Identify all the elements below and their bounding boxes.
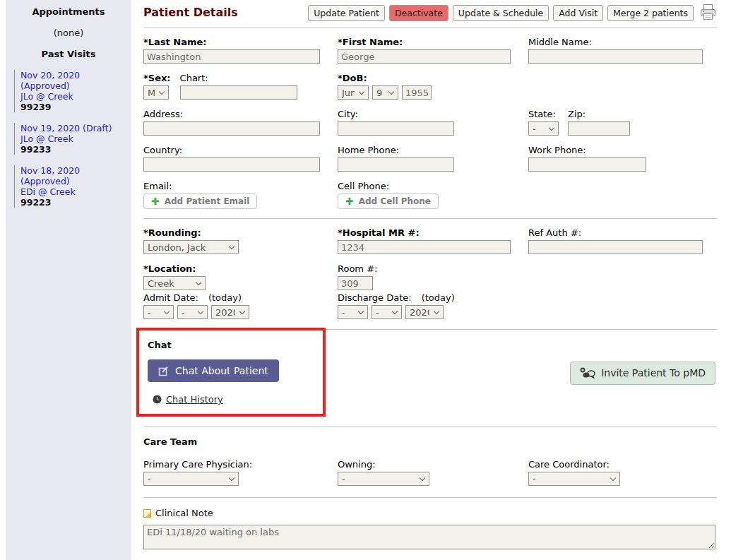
chat-history-link[interactable]: Chat History [153, 394, 223, 405]
past-visit-item[interactable]: Nov 19, 2020 (Draft) JLo @ Creek 99233 [14, 123, 131, 155]
pcp-label: Primary Care Physician: [143, 459, 338, 470]
chat-section-title: Chat [148, 340, 279, 350]
print-icon[interactable] [699, 4, 717, 23]
care-team-section: Care Team Primary Care Physician: - Owni… [143, 436, 717, 486]
zip-input[interactable] [568, 121, 630, 136]
owning-select[interactable]: - [338, 472, 429, 486]
address-label: Address: [143, 109, 338, 119]
dates-row: Admit Date: (today) - - 2020 [143, 292, 717, 319]
dob-day-select[interactable]: 9 [372, 85, 398, 100]
visit-date-link[interactable]: Nov 18, 2020 (Approved) [20, 165, 131, 186]
visit-date-link[interactable]: Nov 19, 2020 (Draft) [20, 123, 131, 133]
discharge-month-select[interactable]: - [338, 305, 368, 319]
state-label: State: [528, 109, 559, 119]
middle-name-label: Middle Name: [528, 37, 717, 47]
update-and-schedule-button[interactable]: Update & Schedule [453, 5, 549, 21]
room-input[interactable] [338, 276, 373, 290]
patient-form: *Last Name: *First Name: Middle Name: *S… [143, 37, 717, 552]
state-select[interactable]: - [528, 121, 559, 136]
admit-day-select[interactable]: - [177, 305, 208, 319]
dob-month-select[interactable]: Jun [338, 85, 369, 100]
chevron-down-icon [229, 475, 234, 480]
admit-date-label: Admit Date: [143, 292, 198, 303]
clinical-note-textarea[interactable]: EDi 11/18/20 waiting on labs [143, 525, 715, 549]
visit-provider-link[interactable]: JLo @ Creek [20, 133, 131, 144]
invite-patient-button[interactable]: Invite Patient To pMD [570, 362, 715, 385]
care-team-row: Primary Care Physician: - Owning: - [143, 459, 717, 486]
dob-label: *DoB: [338, 73, 528, 83]
update-patient-button[interactable]: Update Patient [308, 5, 385, 21]
visit-code: 99233 [20, 144, 131, 155]
chevron-down-icon [434, 308, 439, 314]
deactivate-button[interactable]: Deactivate [389, 5, 448, 21]
email-label: Email: [143, 181, 338, 191]
admit-year-select[interactable]: 2020 [211, 305, 249, 319]
chevron-down-icon [359, 88, 364, 94]
name-row: *Last Name: *First Name: Middle Name: [143, 37, 717, 64]
section-divider [143, 218, 717, 219]
chevron-down-icon [229, 243, 234, 249]
visit-provider-link[interactable]: JLo @ Creek [20, 91, 131, 102]
patient-details-page: Appointments (none) Past Visits Nov 20, … [0, 0, 731, 560]
invite-chat-icon [580, 367, 595, 379]
ref-auth-label: Ref Auth #: [528, 227, 717, 238]
visit-provider-link[interactable]: EDi @ Creek [20, 186, 131, 197]
sidebar: Appointments (none) Past Visits Nov 20, … [6, 0, 131, 560]
chevron-down-icon [388, 88, 394, 94]
ref-auth-input[interactable] [528, 240, 703, 254]
hospital-mr-input[interactable] [338, 240, 511, 254]
care-coordinator-select[interactable]: - [528, 472, 620, 486]
plus-icon: ✚ [345, 197, 354, 205]
admit-today-link[interactable]: (today) [208, 292, 242, 303]
chevron-down-icon [159, 88, 165, 94]
middle-name-input[interactable] [528, 49, 703, 64]
care-coordinator-label: Care Coordinator: [528, 459, 717, 470]
chevron-down-icon [196, 279, 201, 285]
past-visit-item[interactable]: Nov 18, 2020 (Approved) EDi @ Creek 9922… [14, 165, 131, 208]
chevron-down-icon [358, 308, 364, 314]
sex-label: *Sex: [143, 73, 171, 83]
chevron-down-icon [198, 308, 203, 314]
chat-controls: Chat Chat About Patient [143, 340, 279, 406]
rounding-select[interactable]: London, Jack [143, 240, 239, 254]
last-name-input[interactable] [143, 49, 320, 64]
home-phone-input[interactable] [338, 157, 454, 172]
country-label: Country: [143, 145, 338, 155]
appointments-title: Appointments [6, 6, 131, 17]
location-label: *Location: [143, 263, 338, 274]
discharge-date-label: Discharge Date: [338, 292, 412, 303]
chevron-down-icon [420, 475, 425, 480]
first-name-input[interactable] [338, 49, 511, 64]
location-select[interactable]: Creek [143, 276, 206, 290]
location-row: *Location: Creek Room #: [143, 263, 717, 290]
chat-about-patient-button[interactable]: Chat About Patient [148, 359, 279, 382]
work-phone-input[interactable] [528, 157, 646, 172]
sex-select[interactable]: M [143, 85, 169, 100]
pcp-select[interactable]: - [143, 472, 239, 486]
clinical-note-label: Clinical Note [155, 508, 213, 518]
discharge-year-select[interactable]: 2020 [405, 305, 444, 319]
add-visit-button[interactable]: Add Visit [553, 5, 603, 21]
dob-year-input[interactable] [402, 85, 432, 100]
visit-date-link[interactable]: Nov 20, 2020 (Approved) [20, 70, 131, 91]
home-phone-label: Home Phone: [338, 145, 528, 155]
merge-patients-button[interactable]: Merge 2 patients [607, 5, 694, 21]
city-input[interactable] [338, 121, 454, 136]
chart-input[interactable] [180, 85, 297, 100]
discharge-day-select[interactable]: - [372, 305, 402, 319]
first-name-label: *First Name: [338, 37, 528, 47]
country-input[interactable] [143, 157, 320, 172]
chevron-down-icon [239, 308, 245, 314]
discharge-today-link[interactable]: (today) [422, 292, 455, 303]
care-team-title: Care Team [143, 436, 717, 447]
add-patient-email-button[interactable]: ✚Add Patient Email [143, 193, 257, 209]
address-input[interactable] [143, 121, 320, 136]
cell-phone-label: Cell Phone: [338, 181, 528, 191]
add-cell-phone-button[interactable]: ✚Add Cell Phone [338, 193, 439, 209]
visit-code: 99223 [20, 197, 131, 208]
clock-history-icon [153, 395, 162, 404]
admit-month-select[interactable]: - [143, 305, 174, 319]
rounding-row: *Rounding: London, Jack *Hospital MR #: … [143, 227, 717, 254]
main-content: Patient Details Update Patient Deactivat… [143, 0, 717, 552]
past-visit-item[interactable]: Nov 20, 2020 (Approved) JLo @ Creek 9923… [14, 70, 131, 112]
